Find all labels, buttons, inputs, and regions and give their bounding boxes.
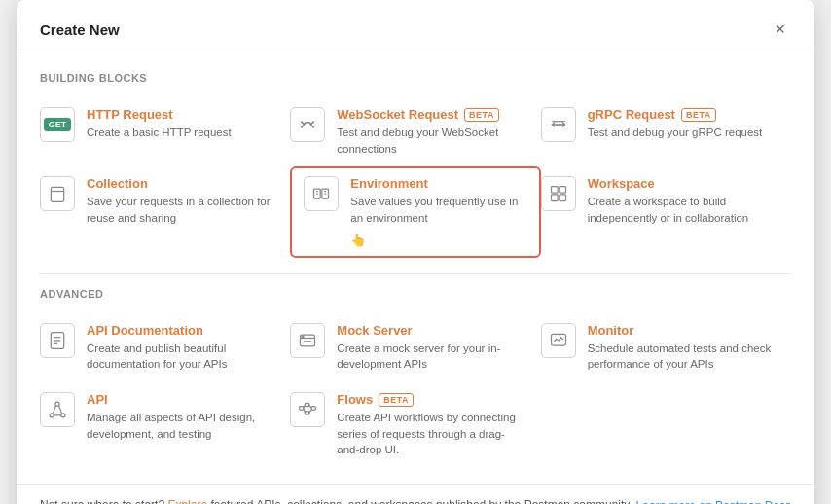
svg-rect-31 <box>300 407 304 410</box>
api-docs-icon-box <box>40 323 75 358</box>
item-workspace[interactable]: Workspace Create a workspace to build in… <box>541 166 791 257</box>
monitor-title: Monitor <box>588 323 777 338</box>
section-divider <box>40 273 791 274</box>
websocket-badge: BETA <box>464 108 499 122</box>
api-docs-title: API Documentation <box>87 323 276 338</box>
grpc-icon <box>549 115 568 134</box>
postman-docs-link[interactable]: Learn more on Postman Docs <box>636 499 791 504</box>
svg-rect-11 <box>551 187 558 194</box>
modal-body: Building Blocks GET HTTP Request Create … <box>17 54 814 468</box>
api-docs-content: API Documentation Create and publish bea… <box>87 323 276 373</box>
get-badge: GET <box>44 118 72 131</box>
flows-title: Flows BETA <box>337 392 526 407</box>
svg-line-29 <box>59 406 62 414</box>
svg-line-35 <box>304 405 306 408</box>
close-button[interactable]: × <box>769 18 791 42</box>
websocket-content: WebSocket Request BETA Test and debug yo… <box>337 107 526 157</box>
svg-point-25 <box>55 402 59 406</box>
item-websocket-request[interactable]: WebSocket Request BETA Test and debug yo… <box>290 97 540 166</box>
svg-rect-4 <box>51 188 63 202</box>
grpc-icon-box <box>541 107 576 142</box>
monitor-icon-box <box>541 323 576 358</box>
workspace-desc: Create a workspace to build independentl… <box>588 194 777 226</box>
workspace-content: Workspace Create a workspace to build in… <box>588 176 777 226</box>
item-environment[interactable]: Environment Save values you frequently u… <box>290 166 540 257</box>
svg-rect-33 <box>306 412 309 414</box>
section-label-building-blocks: Building Blocks <box>40 72 791 84</box>
api-desc: Manage all aspects of API design, develo… <box>87 410 276 442</box>
item-api[interactable]: API Manage all aspects of API design, de… <box>40 382 290 468</box>
modal-footer: Not sure where to start? Explore feature… <box>17 484 814 504</box>
api-icon <box>48 400 67 419</box>
section-label-advanced: Advanced <box>40 288 791 300</box>
item-mock-server[interactable]: Mock Server Create a mock server for you… <box>290 313 540 382</box>
monitor-icon <box>549 331 568 350</box>
flows-badge: BETA <box>379 393 414 407</box>
item-api-documentation[interactable]: API Documentation Create and publish bea… <box>40 313 290 382</box>
item-monitor[interactable]: Monitor Schedule automated tests and che… <box>541 313 791 382</box>
workspace-icon <box>549 184 568 203</box>
modal-title: Create New <box>40 21 120 38</box>
svg-rect-13 <box>551 195 558 201</box>
svg-rect-34 <box>311 407 315 410</box>
grpc-title: gRPC Request BETA <box>588 107 777 122</box>
environment-content: Environment Save values you frequently u… <box>350 176 526 247</box>
item-grpc-request[interactable]: gRPC Request BETA Test and debug your gR… <box>541 97 791 166</box>
api-docs-desc: Create and publish beautiful documentati… <box>87 341 276 373</box>
collection-icon-box <box>40 176 75 211</box>
grpc-desc: Test and debug your gRPC request <box>588 125 777 141</box>
grpc-badge: BETA <box>681 108 716 122</box>
item-http-request[interactable]: GET HTTP Request Create a basic HTTP req… <box>40 97 290 166</box>
svg-rect-32 <box>306 403 309 406</box>
svg-line-28 <box>53 406 55 414</box>
svg-line-2 <box>302 125 305 127</box>
mock-content: Mock Server Create a mock server for you… <box>337 323 526 373</box>
environment-desc: Save values you frequently use in an env… <box>350 194 526 226</box>
monitor-desc: Schedule automated tests and check perfo… <box>588 341 777 373</box>
footer-right: Learn more on Postman Docs <box>636 496 791 504</box>
collection-title: Collection <box>87 176 276 191</box>
environment-icon <box>311 184 331 203</box>
mock-icon-box <box>290 323 325 358</box>
mock-title: Mock Server <box>337 323 526 338</box>
svg-line-36 <box>304 408 306 413</box>
http-request-title: HTTP Request <box>87 107 276 122</box>
create-new-modal: Create New × Building Blocks GET HTTP Re… <box>17 0 814 504</box>
http-request-content: HTTP Request Create a basic HTTP request <box>87 107 276 141</box>
svg-point-26 <box>50 414 54 417</box>
flows-content: Flows BETA Create API workflows by conne… <box>337 392 526 458</box>
modal-header: Create New × <box>17 0 814 54</box>
grpc-content: gRPC Request BETA Test and debug your gR… <box>588 107 777 141</box>
api-docs-icon <box>48 331 67 350</box>
svg-point-27 <box>61 414 65 417</box>
monitor-content: Monitor Schedule automated tests and che… <box>588 323 777 373</box>
building-blocks-grid: GET HTTP Request Create a basic HTTP req… <box>40 97 791 258</box>
api-title: API <box>87 392 276 407</box>
http-request-icon-box: GET <box>40 107 75 142</box>
collection-content: Collection Save your requests in a colle… <box>87 176 276 226</box>
svg-line-3 <box>311 125 314 127</box>
mock-desc: Create a mock server for your in-develop… <box>337 341 526 373</box>
api-content: API Manage all aspects of API design, de… <box>87 392 276 442</box>
websocket-title: WebSocket Request BETA <box>337 107 526 122</box>
explore-link[interactable]: Explore <box>167 498 207 504</box>
websocket-icon <box>298 115 317 134</box>
http-request-desc: Create a basic HTTP request <box>87 125 276 141</box>
svg-rect-14 <box>559 195 565 201</box>
workspace-icon-box <box>541 176 576 211</box>
workspace-title: Workspace <box>588 176 777 191</box>
item-flows[interactable]: Flows BETA Create API workflows by conne… <box>290 382 540 468</box>
environment-icon-box <box>304 176 339 211</box>
websocket-desc: Test and debug your WebSocket connection… <box>337 125 526 157</box>
flows-icon <box>298 400 317 419</box>
environment-title: Environment <box>350 176 526 191</box>
mock-icon <box>298 331 317 350</box>
collection-desc: Save your requests in a collection for r… <box>87 194 276 226</box>
api-icon-box <box>40 392 75 427</box>
item-collection[interactable]: Collection Save your requests in a colle… <box>40 166 290 257</box>
svg-point-22 <box>302 336 303 337</box>
cursor-indicator: 👆 <box>350 231 526 248</box>
collection-icon <box>48 184 67 203</box>
flows-desc: Create API workflows by connecting serie… <box>337 410 526 458</box>
svg-rect-12 <box>559 187 565 194</box>
